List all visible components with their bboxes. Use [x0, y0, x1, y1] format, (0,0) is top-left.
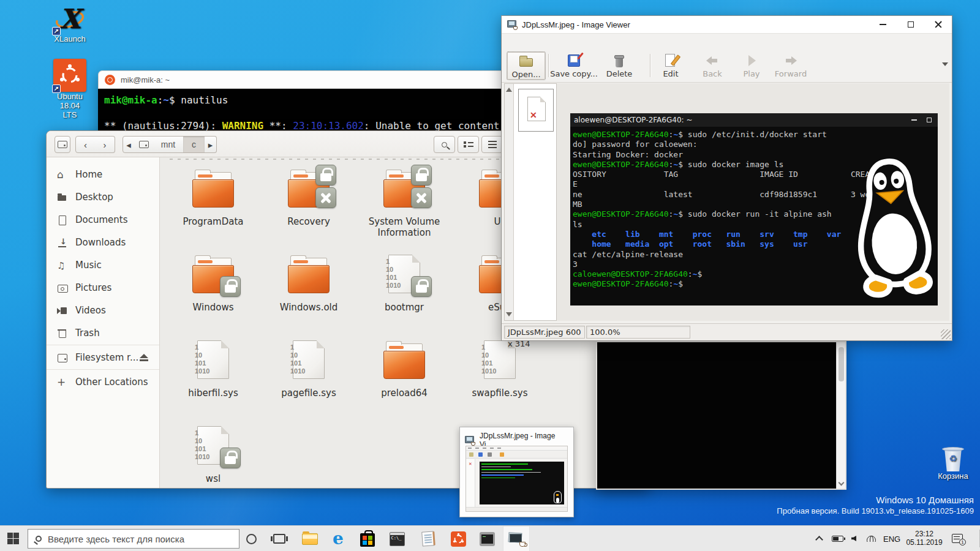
svg-text:X: X [59, 4, 85, 34]
desktop-icon-recycle-bin[interactable]: ♻ Корзина [931, 446, 975, 481]
close-button[interactable] [924, 16, 952, 33]
file-item[interactable]: 1 10 101 1010 pagefile.sys [263, 342, 355, 399]
file-item[interactable]: Recovery [263, 171, 355, 227]
menu-button[interactable] [481, 136, 503, 153]
start-button[interactable] [7, 533, 20, 545]
menu-item[interactable] [506, 40, 518, 43]
volume-icon[interactable] [851, 536, 856, 541]
pathbar-root-button[interactable] [134, 136, 154, 153]
taskbar-search-box[interactable] [28, 529, 239, 549]
sidebar-item[interactable]: Downloads [47, 231, 159, 253]
network-icon[interactable] [866, 535, 876, 542]
sidebar-item[interactable]: Pictures [47, 276, 159, 299]
eject-icon[interactable] [140, 354, 148, 358]
file-label: preload64 [358, 388, 450, 399]
file-item[interactable]: 1 10 101 1010 swapfile.sys [454, 342, 546, 399]
pathbar-scroll-right[interactable]: ▸ [205, 136, 217, 153]
sidebar-item[interactable]: Music [47, 253, 159, 276]
minimize-button[interactable] [869, 16, 897, 33]
toolbar-button-label: Forward [771, 69, 810, 78]
ubuntu-label-line2: LTS [48, 110, 92, 119]
taskbar-image-viewer[interactable] [503, 526, 530, 551]
scrollbar-thumb[interactable] [839, 347, 844, 381]
menu-item[interactable] [530, 40, 543, 43]
menu-item[interactable] [555, 40, 567, 43]
gallery-thumbnail-selected[interactable]: ✕ [518, 89, 554, 132]
binary-glyph-text: 1 10 101 1010 [195, 343, 209, 375]
menu-item[interactable] [543, 40, 555, 43]
taskbar-edge[interactable]: e [325, 526, 352, 551]
pathbar-scroll-left[interactable]: ◂ [123, 136, 135, 153]
toolbar-button-label: Delete [600, 69, 639, 78]
file-icon [383, 171, 426, 208]
back-button[interactable]: ‹ [75, 136, 96, 153]
pathbar-segment-c[interactable]: c [183, 136, 205, 153]
pathbar-segment-mnt[interactable]: mnt [153, 136, 184, 153]
preview-screenshot[interactable] [466, 446, 568, 512]
scrollbar[interactable] [836, 342, 845, 489]
file-item[interactable]: 1 10 101 1010 wsl [167, 428, 259, 484]
taskbar-store[interactable] [354, 526, 381, 551]
terminal-titlebar[interactable]: mik@mik-a: ~ [98, 70, 512, 89]
taskbar-clock[interactable]: 23:12 05.11.2019 [903, 530, 946, 547]
sidebar-item[interactable]: Documents [47, 208, 159, 231]
forward-button[interactable]: › [95, 136, 115, 153]
taskbar-cmd[interactable] [383, 526, 410, 551]
language-indicator[interactable]: ENG [883, 534, 900, 544]
file-icon [192, 257, 235, 293]
image-viewer-titlebar[interactable]: JDpLssMr.jpeg - Image Viewer [502, 16, 952, 33]
sidebar-item[interactable]: Other Locations [47, 370, 159, 393]
toolbar-button[interactable]: Save copy... [549, 51, 598, 80]
file-item[interactable]: 1 10 101 1010 bootmgr [358, 257, 450, 313]
file-item[interactable]: preload64 [358, 342, 450, 399]
binary-glyph-text: 1 10 101 1010 [195, 429, 209, 461]
desktop-icon-xlaunch[interactable]: X ↗ XLaunch [48, 4, 92, 43]
tray-expand-chevron-icon[interactable] [815, 536, 823, 544]
notification-center-icon[interactable]: 1 [952, 534, 963, 543]
toolbar-button[interactable]: Open... [507, 51, 546, 80]
file-item[interactable]: 1 10 101 1010 hiberfil.sys [167, 342, 259, 399]
toolbar-button[interactable]: Delete [600, 51, 639, 80]
file-label: Windows [167, 302, 259, 313]
taskbar-preview-popup[interactable]: JDpLssMr.jpeg - Image Vi... [459, 427, 574, 517]
taskbar-notepad[interactable] [415, 526, 442, 551]
file-item[interactable]: Windows.old [263, 257, 355, 313]
scroll-down-icon[interactable] [506, 312, 512, 318]
status-filename-size: JDpLssMr.jpeg 600 x 314 [504, 326, 585, 339]
path-mnt-label: mnt [161, 140, 175, 149]
sidebar-item[interactable]: Home [47, 163, 159, 186]
task-view-button[interactable] [266, 526, 293, 551]
taskbar-ubuntu[interactable] [445, 526, 472, 551]
file-item[interactable]: System Volume Information [358, 171, 450, 238]
menu-item[interactable] [518, 40, 530, 43]
toolbar-button[interactable]: Forward [771, 51, 810, 80]
desktop-icon-ubuntu[interactable]: ↗ Ubuntu 18.04 LTS [48, 59, 92, 119]
search-button[interactable] [434, 136, 455, 153]
file-item[interactable]: ProgramData [167, 171, 259, 227]
sidebar-item[interactable]: Trash [47, 321, 159, 344]
shortcut-arrow-icon: ↗ [52, 27, 61, 36]
taskbar-file-explorer[interactable] [296, 526, 323, 551]
sidebar-item-icon [57, 353, 68, 362]
search-input[interactable] [48, 534, 219, 544]
toolbar-button[interactable]: Edit [651, 51, 690, 80]
sidebar-item[interactable]: Videos [47, 299, 159, 321]
toolbar-button[interactable]: Play [732, 51, 771, 80]
taskbar-terminal[interactable] [473, 526, 500, 551]
view-toggle-button[interactable] [458, 136, 479, 153]
sidebar-item[interactable]: Filesystem r... [47, 346, 159, 369]
resize-grip[interactable] [941, 329, 951, 339]
image-viewer-app-icon [507, 20, 517, 29]
places-button[interactable] [55, 136, 70, 153]
gallery-scrollbar[interactable] [505, 84, 514, 320]
file-item[interactable]: Windows [167, 257, 259, 313]
maximize-button[interactable] [897, 16, 924, 33]
sidebar-item[interactable]: Desktop [47, 186, 159, 208]
scroll-down-icon[interactable] [839, 480, 845, 486]
toolbar-overflow-icon[interactable] [942, 62, 948, 66]
cortana-button[interactable] [238, 526, 265, 551]
scroll-up-icon[interactable] [506, 86, 512, 92]
toolbar-button[interactable]: Back [693, 51, 732, 80]
battery-icon[interactable] [832, 536, 843, 542]
background-black-window[interactable] [596, 341, 846, 490]
